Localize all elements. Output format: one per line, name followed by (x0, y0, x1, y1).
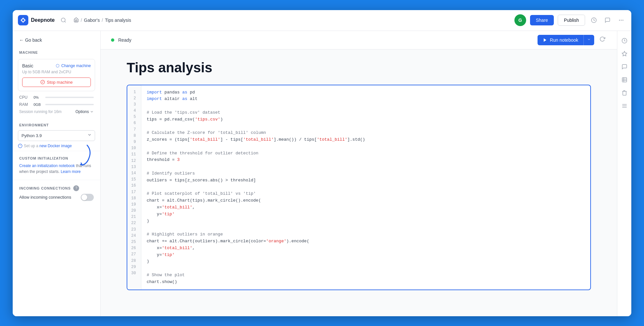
python-version-select[interactable]: Python 3.9 (18, 130, 95, 141)
status-indicator (111, 38, 114, 42)
custom-init-section: CUSTOM INITIALIZATION Create an initiali… (13, 151, 100, 180)
comment-icon[interactable] (619, 61, 630, 73)
status-text: Ready (118, 37, 534, 43)
ram-label: RAM (19, 102, 31, 107)
docker-text: Set up a new Docker image (24, 144, 72, 148)
header: Deepnote / Gabor's / Tips analysis G Sha… (13, 10, 631, 31)
code-cell-1: 1234567891011121314151617181920212223242… (127, 85, 591, 290)
app-window: Deepnote / Gabor's / Tips analysis G Sha… (13, 10, 631, 316)
svg-marker-13 (622, 51, 627, 56)
environment-section: Python 3.9 (13, 129, 100, 141)
cpu-usage: CPU 0% (13, 94, 100, 101)
table-icon[interactable] (619, 74, 630, 86)
incoming-help-icon[interactable]: ? (73, 185, 79, 191)
stop-machine-button[interactable]: Stop machine (22, 78, 91, 87)
incoming-connections-section: INCOMING CONNECTIONS ? Allow incoming co… (13, 180, 100, 206)
environment-section-title: ENVIRONMENT (13, 118, 100, 129)
machine-name: Basic (22, 63, 33, 68)
share-button[interactable]: Share (530, 15, 554, 25)
magic-icon[interactable] (619, 48, 630, 60)
sidebar: ← Go back MACHINE Basic Change machine U… (13, 31, 101, 316)
svg-line-7 (42, 81, 43, 83)
more-options-button[interactable] (616, 16, 626, 24)
incoming-section-title: INCOMING CONNECTIONS (19, 186, 71, 190)
comments-button[interactable] (603, 16, 612, 24)
trash-icon[interactable] (619, 87, 630, 99)
run-notebook-button[interactable]: Run notebook (538, 35, 583, 45)
svg-marker-11 (544, 38, 546, 42)
search-button[interactable] (59, 16, 68, 24)
docker-link[interactable]: new Docker image (39, 144, 72, 148)
app-logo[interactable]: Deepnote (18, 15, 55, 25)
session-label: Session running for 16m (19, 109, 62, 114)
menu-icon[interactable] (619, 100, 630, 112)
breadcrumb-gabors[interactable]: Gabor's (84, 18, 100, 23)
svg-point-5 (619, 20, 620, 21)
cpu-label: CPU (19, 95, 31, 100)
ram-value: 0GB (34, 103, 43, 106)
line-numbers: 1234567891011121314151617181920212223242… (127, 85, 141, 290)
run-notebook-dropdown[interactable] (583, 35, 594, 45)
change-machine-button[interactable]: Change machine (55, 64, 91, 68)
breadcrumb: / Gabor's / Tips analysis (74, 17, 131, 23)
schedule-icon[interactable] (619, 35, 630, 47)
app-name: Deepnote (31, 17, 55, 23)
publish-button[interactable]: Publish (558, 15, 585, 26)
svg-point-4 (623, 20, 623, 21)
breadcrumb-notebook[interactable]: Tips analysis (105, 18, 131, 23)
ram-usage: RAM 0GB (13, 101, 100, 108)
back-button[interactable]: ← Go back (13, 35, 100, 45)
notebook-toolbar: Ready Run notebook (101, 31, 617, 50)
svg-point-3 (621, 20, 622, 21)
incoming-toggle-row: Allow incoming connections (19, 194, 94, 201)
machine-section-title: MACHINE (13, 45, 100, 56)
create-init-notebook-link[interactable]: Create an initialization notebook (19, 163, 75, 168)
history-button[interactable] (589, 16, 599, 24)
notebook-area: Ready Run notebook (101, 31, 617, 316)
deepnote-logo-icon (18, 15, 28, 25)
user-avatar[interactable]: G (514, 14, 526, 26)
refresh-button[interactable] (598, 35, 607, 45)
cpu-progress-bar (45, 97, 94, 98)
cpu-value: 0% (34, 95, 43, 99)
code-editor[interactable]: import pandas as pd import altair as alt… (141, 85, 590, 290)
run-notebook-group: Run notebook (538, 35, 594, 45)
options-button[interactable]: Options (76, 109, 94, 114)
notebook-content: Tips analysis 12345678910111213141516171… (101, 50, 617, 301)
header-actions: G Share Publish (514, 14, 626, 26)
incoming-toggle[interactable] (81, 194, 94, 201)
notebook-title: Tips analysis (127, 60, 591, 76)
svg-rect-14 (622, 78, 627, 82)
session-info: Session running for 16m Options (13, 108, 100, 118)
right-sidebar (617, 31, 631, 316)
custom-init-desc: Create an initialization notebook that r… (19, 163, 94, 175)
breadcrumb-home-icon[interactable] (74, 17, 79, 23)
cell-wrapper[interactable]: 1234567891011121314151617181920212223242… (127, 85, 591, 290)
main-layout: ← Go back MACHINE Basic Change machine U… (13, 31, 631, 316)
svg-point-1 (61, 18, 65, 22)
machine-box: Basic Change machine Up to 5GB RAM and 2… (18, 59, 95, 91)
incoming-label: Allow incoming connections (19, 195, 71, 200)
machine-desc: Up to 5GB RAM and 2vCPU (22, 70, 91, 74)
ram-progress-bar (45, 104, 94, 105)
